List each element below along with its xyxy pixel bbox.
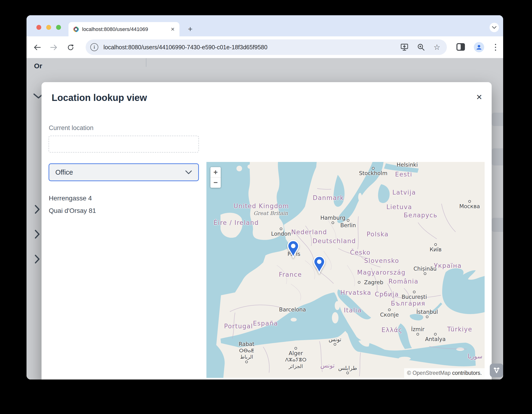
- dialog-title: Location lookup view: [52, 92, 147, 103]
- tab-close-icon[interactable]: ✕: [169, 26, 176, 33]
- forward-button[interactable]: [47, 36, 60, 58]
- side-panel-icon: [456, 43, 465, 51]
- openstreetmap-link[interactable]: © OpenStreetMap: [407, 370, 451, 376]
- address-item[interactable]: Quai d'Orsay 81: [49, 204, 96, 217]
- map-attribution: © OpenStreetMap contributors.: [404, 368, 484, 378]
- address-item[interactable]: Herrengasse 4: [49, 192, 96, 204]
- city-dot-icon: [468, 200, 471, 203]
- close-dialog-button[interactable]: ✕: [474, 92, 485, 103]
- reload-button[interactable]: [64, 36, 77, 58]
- city-dot-icon: [332, 221, 334, 224]
- back-button[interactable]: [31, 36, 44, 58]
- site-info-icon[interactable]: i: [90, 43, 98, 51]
- browser-window: localhost:8080/users/441069 ✕ +: [27, 15, 503, 379]
- zoom-out-button[interactable]: −: [210, 177, 221, 188]
- map-zoom-control: + −: [210, 167, 221, 188]
- location-type-select[interactable]: Office: [48, 163, 199, 181]
- city-dot-icon: [358, 281, 361, 284]
- select-value: Office: [55, 169, 185, 176]
- browser-tab[interactable]: localhost:8080/users/441069 ✕: [68, 22, 180, 36]
- current-location-label: Current location: [49, 124, 94, 132]
- favicon-icon: [73, 26, 79, 33]
- city-dot-icon: [424, 272, 427, 275]
- new-tab-button[interactable]: +: [184, 23, 196, 35]
- profile-avatar[interactable]: [474, 42, 484, 52]
- screen: localhost:8080/users/441069 ✕ +: [0, 0, 532, 414]
- attribution-text: contributors.: [451, 370, 482, 376]
- page-content: Or Location lookup view ✕: [27, 58, 503, 379]
- zoom-in-button[interactable]: +: [210, 167, 221, 177]
- install-app-icon[interactable]: [400, 43, 408, 51]
- close-window-button[interactable]: [36, 25, 41, 30]
- person-icon: [475, 44, 483, 51]
- current-location-field[interactable]: [48, 136, 199, 153]
- tab-search-button[interactable]: [490, 23, 499, 32]
- location-lookup-dialog: Location lookup view ✕ Current location …: [41, 82, 492, 379]
- vaadin-dev-icon: [493, 366, 501, 374]
- browser-menu-button[interactable]: [492, 41, 499, 53]
- zoom-page-icon[interactable]: [417, 43, 425, 51]
- tab-strip: localhost:8080/users/441069 ✕ +: [27, 15, 503, 36]
- forward-arrow-icon: [50, 44, 58, 51]
- address-list: Herrengasse 4Quai d'Orsay 81: [49, 192, 96, 217]
- city-dot-icon: [417, 333, 419, 336]
- map-marker-pin[interactable]: [286, 239, 300, 258]
- map-canvas: [206, 162, 484, 378]
- city-dot-icon: [280, 228, 282, 230]
- minimize-window-button[interactable]: [46, 25, 51, 30]
- browser-toolbar: i localhost:8080/users/44106990-7430-e59…: [27, 36, 503, 58]
- zoom-window-button[interactable]: [56, 25, 61, 30]
- city-dot-icon: [388, 309, 391, 311]
- city-dot-icon: [245, 361, 248, 363]
- city-dot-icon: [347, 219, 350, 222]
- map-marker-pin[interactable]: [313, 255, 326, 274]
- city-dot-icon: [413, 291, 416, 293]
- city-dot-icon: [346, 372, 349, 374]
- chevron-down-icon: [492, 26, 497, 29]
- dev-tools-button[interactable]: [490, 364, 503, 377]
- back-arrow-icon: [33, 44, 41, 51]
- reload-icon: [67, 44, 74, 51]
- chevron-down-icon: [185, 170, 192, 174]
- city-dot-icon: [434, 243, 437, 246]
- url-text: localhost:8080/users/44106990-7430-e590-…: [104, 44, 267, 51]
- city-dot-icon: [294, 347, 297, 350]
- url-bar[interactable]: i localhost:8080/users/44106990-7430-e59…: [86, 39, 447, 55]
- city-dot-icon: [372, 167, 375, 170]
- tab-title: localhost:8080/users/441069: [82, 26, 169, 32]
- map-view[interactable]: HelsinkiStockholmМоскваHamburgBerlinLond…: [206, 162, 484, 378]
- side-panel-button[interactable]: [456, 43, 465, 52]
- bookmark-star-icon[interactable]: ☆: [434, 43, 440, 52]
- city-dot-icon: [334, 343, 336, 346]
- city-dot-icon: [434, 333, 437, 336]
- city-dot-icon: [426, 316, 428, 318]
